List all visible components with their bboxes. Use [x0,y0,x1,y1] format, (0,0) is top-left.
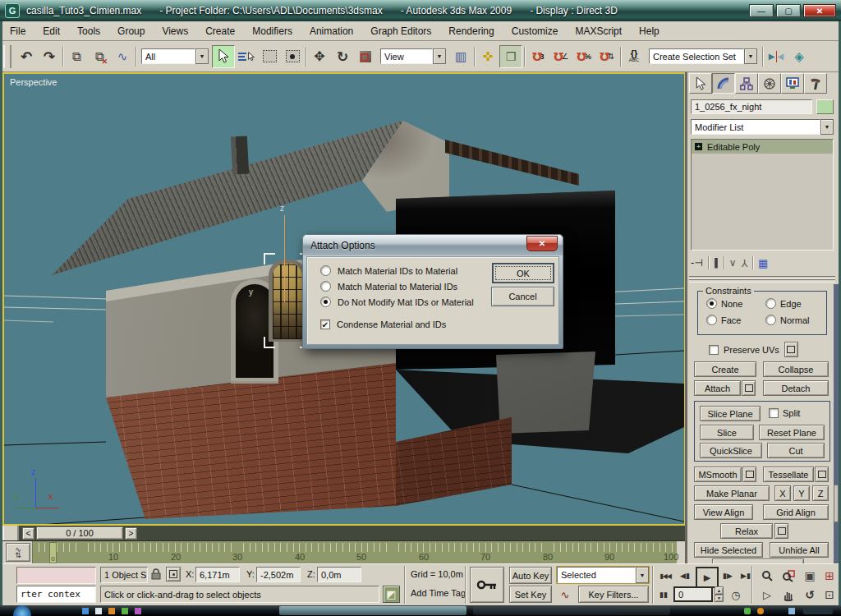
menu-modifiers[interactable]: Modifiers [252,25,292,37]
configure-modifier-sets-icon[interactable]: ▦ [758,257,768,269]
zoom-extents-button[interactable]: ▣ [800,568,820,584]
reset-plane-button[interactable]: Reset Plane [759,425,825,440]
tessellate-settings-button[interactable] [815,467,829,482]
spinner-up-icon[interactable]: ▲ [715,586,724,595]
minimize-button[interactable]: — [749,4,774,17]
tray-icon-1[interactable] [744,608,751,614]
quicklaunch-icon-4[interactable] [122,608,128,614]
constraint-normal-radio[interactable] [765,315,776,325]
named-selection-set-arrow-icon[interactable]: ▼ [744,48,757,64]
set-key-button[interactable]: Set Key [509,586,552,603]
constraint-none-radio[interactable] [706,298,717,309]
rectangular-selection-region-button[interactable] [258,45,281,68]
angle-snap-toggle-button[interactable]: Ω ∠ [549,45,572,68]
y-coord-field[interactable]: -2,502m [256,567,301,582]
attach-settings-button[interactable] [742,380,756,396]
keyboard-shortcut-override-button[interactable]: ❒ [499,45,522,68]
cancel-button[interactable]: Cancel [491,287,554,306]
use-pivot-point-button[interactable]: ▥ [449,45,472,68]
macro-recorder-field[interactable] [16,567,96,584]
maximize-button[interactable]: ▢ [776,4,801,17]
tray-icon-3[interactable] [788,608,795,614]
selection-filter-arrow-icon[interactable]: ▼ [195,48,209,64]
unhide-all-button[interactable]: Unhide All [770,542,829,558]
taskbar-app-button-1[interactable] [279,606,466,615]
default-in-out-tangent-button[interactable]: ∿ [557,587,573,602]
preserve-uvs-settings-button[interactable] [784,342,798,357]
undo-button[interactable]: ↶ [15,45,38,68]
select-and-rotate-button[interactable]: ↻ [331,45,354,68]
grid-align-button[interactable]: Grid Align [763,504,829,520]
planar-y-button[interactable]: Y [793,485,810,501]
match-ids-to-material-radio[interactable] [320,265,331,276]
split-checkbox[interactable] [769,408,779,418]
time-forward-button[interactable]: > [125,527,137,540]
mirror-button[interactable]: ▶ ◀ [765,45,788,68]
menu-file[interactable]: File [10,25,25,37]
tab-hierarchy[interactable] [735,73,758,94]
expand-plus-icon[interactable]: + [695,143,702,150]
reference-coordinate-dropdown[interactable]: View ▼ [380,48,446,64]
gizmo-z-axis[interactable] [284,215,285,302]
menu-animation[interactable]: Animation [310,25,353,37]
named-selection-set-dropdown[interactable]: Create Selection Set ▼ [649,48,757,64]
percent-snap-toggle-button[interactable]: Ω % [572,45,595,68]
object-color-swatch[interactable] [816,99,834,114]
menu-rendering[interactable]: Rendering [448,25,494,37]
arc-rotate-button[interactable]: ↺ [800,586,820,603]
quickslice-button[interactable]: QuickSlice [700,443,762,458]
quicklaunch-icon-5[interactable] [135,608,141,614]
zoom-extents-all-button[interactable]: ⊞ [820,568,839,584]
selection-lock-icon[interactable] [151,568,161,582]
view-align-button[interactable]: View Align [694,504,753,520]
preserve-uvs-checkbox[interactable] [709,345,719,355]
key-filters-button[interactable]: Key Filters... [578,586,649,603]
msmooth-button[interactable]: MSmooth [694,467,742,482]
named-selection-sets-button[interactable]: {} ABC [623,45,646,68]
redo-button[interactable]: ↷ [38,45,61,68]
window-crossing-button[interactable] [281,45,304,68]
start-orb[interactable] [13,605,31,616]
quicklaunch-icon-2[interactable] [95,608,102,614]
go-to-start-button[interactable]: ▮◀◀ [656,568,674,583]
select-and-link-button[interactable]: ⧉ [65,45,88,68]
show-end-result-icon[interactable]: ‖ [714,257,719,269]
add-time-tag-label[interactable]: Add Time Tag [411,588,466,598]
msmooth-settings-button[interactable] [742,467,756,482]
taskbar-app-button-2[interactable] [473,606,670,615]
reference-coordinate-arrow-icon[interactable]: ▼ [433,48,446,64]
slice-button[interactable]: Slice [700,425,754,440]
quicklaunch-icon-1[interactable] [82,608,89,614]
condense-material-checkbox[interactable]: ✔ [320,319,330,329]
menu-customize[interactable]: Customize [512,25,558,37]
cut-button[interactable]: Cut [767,443,825,458]
viewport-label[interactable]: Perspective [10,77,57,87]
dialog-close-button[interactable]: ✕ [526,236,558,251]
constraint-edge-radio[interactable] [765,298,776,309]
menu-tools[interactable]: Tools [77,25,100,37]
menu-edit[interactable]: Edit [43,25,60,37]
constraint-face-radio[interactable] [706,315,717,325]
zoom-button[interactable] [757,568,777,584]
menu-views[interactable]: Views [162,25,188,37]
select-and-move-button[interactable]: ✥ [308,45,331,68]
planar-z-button[interactable]: Z [812,485,829,501]
menu-maxscript[interactable]: MAXScript [575,25,622,37]
frame-spinner[interactable]: ▲ ▼ [715,586,724,602]
spinner-down-icon[interactable]: ▼ [715,595,724,603]
maximize-viewport-toggle-button[interactable]: ⊡ [820,586,839,603]
dialog-title-bar[interactable]: Attach Options [303,235,563,255]
make-unique-icon[interactable]: ∨ [729,257,737,269]
tab-motion[interactable] [758,73,781,94]
attach-button[interactable]: Attach [694,380,741,396]
do-not-modify-radio[interactable] [320,297,331,307]
current-frame-field[interactable]: 0 [673,586,713,602]
pan-button[interactable] [779,586,798,603]
selection-filter-dropdown[interactable]: All ▼ [141,48,209,64]
bind-to-space-warp-button[interactable]: ∿ [111,45,134,68]
modifier-list-dropdown[interactable]: Modifier List ▼ [691,119,834,135]
menu-group[interactable]: Group [117,25,145,37]
select-and-manipulate-button[interactable]: ✜ [476,45,499,68]
time-back-button[interactable]: < [22,527,34,540]
play-button[interactable]: ▶ [696,567,719,588]
